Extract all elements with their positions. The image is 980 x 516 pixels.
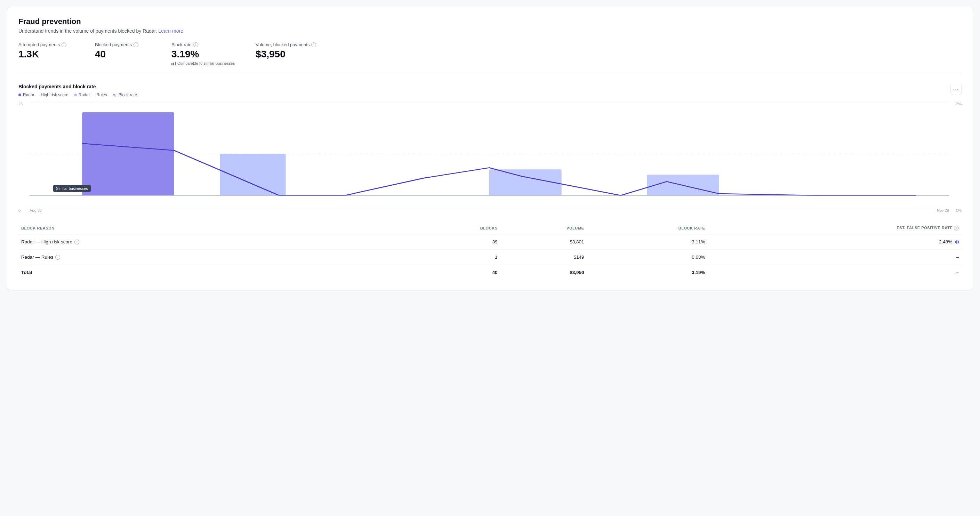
col-reason: Block reason [18,222,415,234]
metric-attempted-payments: Attempted payments i 1.3K [18,42,74,65]
est-fpr-info-icon[interactable]: i [954,225,959,230]
blocked-payments-value: 40 [95,49,151,60]
legend-radar-rules: Radar — Rules [74,92,107,97]
row1-volume: $3,801 [500,234,587,250]
row3-blocks: 40 [415,265,500,280]
row1-est-fpr: 2.48% [708,234,962,250]
page-header: Fraud prevention Understand trends in th… [18,17,962,34]
chart-canvas: Similar businesses [30,102,949,206]
legend-dot-radar-high [18,94,21,96]
row3-reason: Total [18,265,415,280]
legend-block-rate: ∿ Block rate [113,92,137,98]
attempted-payments-info-icon[interactable]: i [62,43,67,47]
blocked-payments-info-icon[interactable]: i [134,43,138,47]
chart-header: Blocked payments and block rate Radar — … [18,84,962,98]
row2-info-icon[interactable]: i [55,255,60,260]
page-title: Fraud prevention [18,17,962,26]
row2-block-rate: 0.08% [587,250,708,265]
row2-est-fpr: – [708,250,962,265]
col-blocks: Blocks [415,222,500,234]
chart-section: Blocked payments and block rate Radar — … [18,84,962,213]
page-subtitle: Understand trends in the volume of payme… [18,28,962,34]
svg-rect-2 [175,62,176,65]
svg-rect-1 [173,63,174,65]
row1-blocks: 39 [415,234,500,250]
block-reasons-table: Block reason Blocks Volume Block rate Es… [18,222,962,280]
volume-blocked-info-icon[interactable]: i [311,43,316,47]
chart-legend: Radar — High risk score Radar — Rules ∿ … [18,92,137,98]
chart-title: Blocked payments and block rate [18,84,137,89]
learn-more-link[interactable]: Learn more [158,28,183,34]
metric-blocked-payments: Blocked payments i 40 [95,42,151,65]
volume-blocked-value: $3,950 [256,49,316,60]
row3-volume: $3,950 [500,265,587,280]
svg-rect-6 [82,112,174,195]
metric-block-rate: Block rate i 3.19% Comparable to similar… [172,42,235,65]
row1-block-rate: 3.11% [587,234,708,250]
table-row-total: Total 40 $3,950 3.19% – [18,265,962,280]
row1-info-icon[interactable]: i [75,240,79,245]
col-volume: Volume [500,222,587,234]
svg-rect-8 [489,169,562,195]
block-rate-note: Comparable to similar businesses [172,61,235,65]
metric-volume-blocked: Volume, blocked payments i $3,950 [256,42,316,65]
chart-y-axis-right: 17% 0% [951,102,962,213]
metrics-row: Attempted payments i 1.3K Blocked paymen… [18,42,962,74]
wave-icon: ∿ [113,92,117,98]
svg-rect-0 [172,63,172,65]
block-rate-value: 3.19% [172,49,235,60]
row3-est-fpr: – [708,265,962,280]
legend-dot-radar-rules [74,94,77,96]
table-row: Radar — Rules i 1 $149 0.08% – [18,250,962,265]
col-block-rate: Block rate [587,222,708,234]
chart-x-labels: Aug 30 Nov 28 [30,208,949,213]
table-row: Radar — High risk score i 39 $3,801 3.11… [18,234,962,250]
row1-bar-chart-icon[interactable] [955,240,959,244]
block-rate-info-icon[interactable]: i [193,43,198,47]
chart-svg [30,102,949,206]
row2-blocks: 1 [415,250,500,265]
row2-volume: $149 [500,250,587,265]
attempted-payments-value: 1.3K [18,49,74,60]
legend-radar-high: Radar — High risk score [18,92,68,97]
col-est-fpr: Est. false positive rate i [708,222,962,234]
row1-reason: Radar — High risk score i [18,234,415,250]
table-header-row: Block reason Blocks Volume Block rate Es… [18,222,962,234]
row3-block-rate: 3.19% [587,265,708,280]
row2-reason: Radar — Rules i [18,250,415,265]
chart-more-button[interactable]: ··· [950,84,962,95]
chart-y-axis-left: 25 0 [18,102,29,213]
